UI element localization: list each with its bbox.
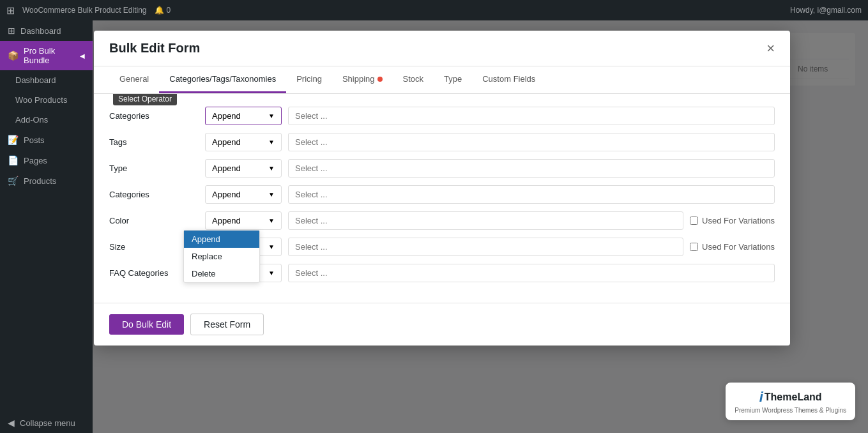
color-operator-btn[interactable]: Append ▼ (205, 211, 282, 230)
tags-select-input[interactable] (288, 133, 775, 151)
chevron-down-icon: ▼ (268, 139, 275, 146)
chevron-down-icon: ▼ (268, 191, 275, 198)
dashboard-icon: ⊞ (8, 26, 15, 36)
form-row-categories2: Categories Append ▼ (109, 185, 775, 204)
sidebar-item-pages[interactable]: 📄 Pages (0, 150, 93, 171)
do-bulk-edit-button[interactable]: Do Bulk Edit (109, 314, 184, 335)
color-variations-checkbox[interactable] (690, 216, 698, 225)
categories2-operator-btn[interactable]: Append ▼ (205, 185, 282, 204)
modal-title: Bulk Edit Form (109, 41, 200, 56)
sidebar-item-collapse[interactable]: ◀ Collapse menu (0, 413, 93, 433)
sidebar-item-label: Collapse menu (20, 418, 75, 428)
dropdown-item-delete[interactable]: Delete (184, 265, 259, 282)
color-variations-checkbox-label[interactable]: Used For Variations (690, 216, 775, 225)
categories-label: Categories (109, 111, 199, 121)
admin-bar: ⊞ WooCommerce Bulk Product Editing 🔔 0 H… (0, 0, 868, 20)
tab-shipping[interactable]: Shipping (332, 66, 393, 93)
size-select-input[interactable] (288, 238, 683, 256)
sidebar-item-label: Woo Products (15, 95, 67, 105)
badge-i: i (759, 389, 763, 406)
type-select-input[interactable] (288, 159, 775, 178)
tags-operator-btn[interactable]: Append ▼ (205, 133, 282, 151)
modal-tabs: General Categories/Tags/Taxonomies Prici… (94, 66, 790, 94)
sidebar-item-label: Products (24, 176, 56, 186)
ithemeland-logo: i ThemeLand (759, 389, 822, 406)
bundle-icon: 📦 (8, 50, 19, 61)
chevron-down-icon: ▼ (268, 270, 275, 277)
form-row-color: Color Append ▼ Used For Variations (109, 211, 775, 230)
form-row-type: Type Append ▼ (109, 159, 775, 178)
categories-operator-btn[interactable]: Append ▼ (205, 107, 282, 125)
size-variations-checkbox-label[interactable]: Used For Variations (690, 242, 775, 252)
operator-dropdown-menu: Append Replace Delete (183, 230, 260, 283)
size-variations-checkbox[interactable] (690, 243, 698, 251)
posts-icon: 📝 (8, 135, 19, 145)
sidebar-item-dashboard[interactable]: ⊞ Dashboard (0, 20, 93, 41)
type-operator-btn[interactable]: Append ▼ (205, 159, 282, 178)
ithemeland-badge: i ThemeLand Premium Wordpress Themes & P… (726, 383, 855, 420)
products-icon: 🛒 (8, 176, 19, 186)
modal-body: Select Operator Categories Append ▼ Appe… (94, 94, 790, 303)
reset-form-button[interactable]: Reset Form (190, 314, 264, 335)
modal-close-button[interactable]: × (766, 42, 775, 56)
chevron-down-icon: ▼ (268, 165, 275, 172)
tab-custom-fields[interactable]: Custom Fields (472, 66, 545, 93)
form-row-tags: Tags Append ▼ (109, 133, 775, 151)
tab-general[interactable]: General (109, 66, 159, 93)
tab-type[interactable]: Type (434, 66, 472, 93)
select-operator-tooltip: Select Operator (113, 94, 177, 105)
shipping-dot (377, 77, 383, 82)
sidebar-item-label: Posts (24, 135, 45, 145)
pages-icon: 📄 (8, 155, 19, 165)
badge-themeland: ThemeLand (765, 391, 822, 403)
categories-select-input[interactable] (288, 107, 775, 125)
chevron-down-icon: ▼ (268, 243, 275, 250)
badge-tagline: Premium Wordpress Themes & Plugins (735, 407, 846, 414)
form-row-categories: Categories Append ▼ (109, 107, 775, 125)
bulk-edit-modal: Bulk Edit Form × General Categories/Tags… (94, 31, 790, 346)
sidebar-item-label: Pro Bulk Bundle (24, 46, 75, 65)
wp-logo-icon: ⊞ (6, 4, 15, 17)
chevron-down-icon: ▼ (268, 112, 275, 119)
user-greeting: Howdy, i@gmail.com (790, 6, 862, 15)
bell-icon: 🔔 (155, 6, 164, 15)
sidebar-item-label: Add-Ons (15, 115, 48, 125)
sidebar-item-woo-products[interactable]: Woo Products (0, 90, 93, 110)
modal-footer: Do Bulk Edit Reset Form (94, 303, 790, 346)
color-label: Color (109, 216, 199, 225)
arrow-icon: ◀ (80, 52, 85, 59)
tab-stock[interactable]: Stock (393, 66, 434, 93)
tags-label: Tags (109, 137, 199, 147)
sidebar: ⊞ Dashboard 📦 Pro Bulk Bundle ◀ Dashboar… (0, 20, 93, 433)
faq-categories-select-input[interactable] (288, 264, 775, 282)
sidebar-item-pro-bulk-bundle[interactable]: 📦 Pro Bulk Bundle ◀ (0, 41, 93, 70)
main-content: ☐ 32 ✎ ◉ T-Shirt Hoodie Cap 25 12 Clothi… (93, 20, 868, 433)
type-label: Type (109, 163, 199, 173)
collapse-icon: ◀ (8, 418, 15, 428)
categories2-select-input[interactable] (288, 185, 775, 204)
tab-pricing[interactable]: Pricing (286, 66, 332, 93)
color-select-input[interactable] (288, 211, 683, 230)
sidebar-item-label: Dashboard (20, 26, 61, 36)
sidebar-item-label: Dashboard (15, 75, 56, 85)
sidebar-item-label: Pages (24, 156, 47, 165)
sidebar-item-posts[interactable]: 📝 Posts (0, 130, 93, 150)
dropdown-item-append[interactable]: Append (184, 231, 259, 248)
chevron-down-icon: ▼ (268, 217, 275, 224)
modal-header: Bulk Edit Form × (94, 31, 790, 66)
sidebar-item-products[interactable]: 🛒 Products (0, 171, 93, 191)
notifications[interactable]: 🔔 0 (155, 6, 171, 15)
dropdown-item-replace[interactable]: Replace (184, 248, 259, 265)
notif-count: 0 (167, 6, 171, 15)
sidebar-item-dashboard2[interactable]: Dashboard (0, 70, 93, 90)
categories2-label: Categories (109, 190, 199, 199)
tab-categories-tags-taxonomies[interactable]: Categories/Tags/Taxonomies (159, 66, 286, 93)
plugin-name: WooCommerce Bulk Product Editing (22, 6, 147, 15)
sidebar-item-add-ons[interactable]: Add-Ons (0, 110, 93, 130)
